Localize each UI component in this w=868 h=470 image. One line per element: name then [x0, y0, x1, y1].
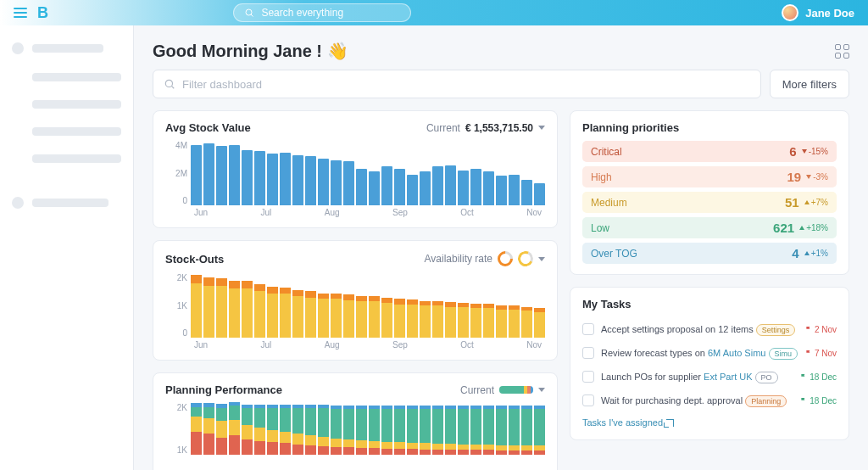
- bar: [470, 304, 481, 338]
- global-search-placeholder: Search everything: [261, 7, 343, 19]
- bar: [191, 145, 202, 205]
- card-title: Stock-Outs: [165, 253, 224, 266]
- bar: [407, 175, 418, 205]
- bar: [432, 406, 443, 455]
- external-link-icon: [666, 419, 674, 427]
- bar: [318, 405, 329, 455]
- priority-row[interactable]: Low621+18%: [582, 217, 837, 238]
- priority-delta: +1%: [804, 249, 828, 258]
- chevron-down-icon[interactable]: [538, 257, 545, 261]
- menu-icon[interactable]: [14, 8, 27, 18]
- task-text: Review forecast types on 6M Auto Simu Si…: [601, 348, 798, 358]
- bar: [191, 275, 202, 338]
- bar: [292, 405, 303, 455]
- bar: [445, 302, 456, 338]
- bar: [267, 287, 278, 338]
- tasks-assigned-link[interactable]: Tasks I've assigned: [582, 412, 674, 428]
- priority-label: High: [591, 171, 612, 183]
- priority-delta: +7%: [804, 198, 828, 207]
- flag-icon: [800, 373, 807, 380]
- sidebar-item[interactable]: [12, 73, 121, 81]
- filter-input[interactable]: Filter dashboard: [153, 70, 761, 98]
- bar: [343, 161, 354, 205]
- bar: [229, 402, 240, 455]
- brand-logo[interactable]: B: [37, 4, 48, 22]
- priority-label: Medium: [591, 197, 627, 209]
- bar: [521, 307, 532, 338]
- username[interactable]: Jane Doe: [805, 7, 854, 20]
- checkbox[interactable]: [582, 347, 594, 359]
- bar: [203, 277, 214, 338]
- task-text: Launch POs for supplier Ext Part UK PO: [601, 372, 793, 382]
- bar: [521, 180, 532, 205]
- task-text: Wait for purchasing dept. approval Plann…: [601, 395, 793, 406]
- checkbox[interactable]: [582, 371, 594, 383]
- bar: [534, 308, 545, 338]
- page-title: Good Morning Jane ! 👋: [153, 41, 348, 61]
- bar: [242, 150, 253, 205]
- bar: [407, 406, 418, 455]
- sidebar-item[interactable]: [12, 154, 121, 163]
- bar: [280, 288, 291, 338]
- bar: [242, 405, 253, 455]
- priority-count: 4: [792, 246, 798, 260]
- card-title: My Tasks: [582, 298, 632, 311]
- sidebar-item[interactable]: [12, 197, 121, 209]
- bar: [305, 405, 316, 455]
- task-link[interactable]: Ext Part UK: [704, 372, 752, 382]
- priority-row[interactable]: Over TOG4+1%: [582, 243, 837, 264]
- avatar[interactable]: [782, 4, 798, 21]
- search-icon: [164, 78, 175, 90]
- stockouts-chart: 2K1K0 JunJulAugSepOctNov: [165, 273, 545, 350]
- checkbox[interactable]: [582, 394, 594, 406]
- task-link[interactable]: 6M Auto Simu: [708, 348, 765, 358]
- chevron-down-icon[interactable]: [538, 126, 545, 130]
- bar: [242, 281, 253, 338]
- bar: [432, 166, 443, 205]
- task-date: 2 Nov: [805, 325, 837, 334]
- bar: [280, 405, 291, 455]
- global-search[interactable]: Search everything: [233, 3, 411, 22]
- bar: [369, 171, 380, 205]
- priority-row[interactable]: Critical6-15%: [582, 141, 837, 162]
- priority-count: 19: [787, 170, 802, 184]
- priority-delta: -3%: [806, 172, 828, 182]
- sidebar-item[interactable]: [12, 127, 121, 136]
- sidebar-item[interactable]: [12, 42, 121, 54]
- card-avg-stock: Avg Stock Value Current € 1,553,715.50 4…: [153, 110, 558, 228]
- task-date: 18 Dec: [800, 372, 837, 382]
- more-filters-button[interactable]: More filters: [770, 70, 849, 98]
- bar: [254, 151, 265, 205]
- card-priorities: Planning priorities Critical6-15%High19-…: [570, 110, 849, 275]
- bar: [445, 165, 456, 205]
- bar: [292, 290, 303, 338]
- bar: [394, 299, 405, 338]
- bar: [305, 291, 316, 338]
- priority-row[interactable]: High19-3%: [582, 166, 837, 187]
- chevron-down-icon[interactable]: [538, 388, 545, 392]
- sidebar-item[interactable]: [12, 100, 121, 109]
- card-title: Planning Performance: [165, 383, 282, 396]
- sidebar: [0, 25, 134, 470]
- priority-row[interactable]: Medium51+7%: [582, 192, 837, 213]
- task-date: 7 Nov: [805, 349, 837, 358]
- task-row: Accept settings proposal on 12 items Set…: [582, 317, 837, 341]
- filter-placeholder: Filter dashboard: [182, 78, 262, 91]
- bar: [280, 153, 291, 205]
- bar: [432, 301, 443, 338]
- checkbox[interactable]: [582, 323, 594, 335]
- bar: [496, 406, 507, 455]
- bar: [407, 299, 418, 338]
- svg-line-1: [251, 14, 253, 17]
- mini-legend: [499, 386, 533, 394]
- card-stockouts: Stock-Outs Availability rate 2K1K0 JunJu…: [153, 240, 558, 361]
- bar: [203, 403, 214, 455]
- svg-point-0: [246, 9, 252, 15]
- bar: [216, 146, 227, 205]
- bar: [369, 296, 380, 338]
- svg-point-2: [165, 80, 172, 87]
- apps-icon[interactable]: [835, 44, 849, 59]
- bar: [267, 154, 278, 205]
- priority-delta: +18%: [799, 223, 828, 232]
- bar: [420, 406, 431, 455]
